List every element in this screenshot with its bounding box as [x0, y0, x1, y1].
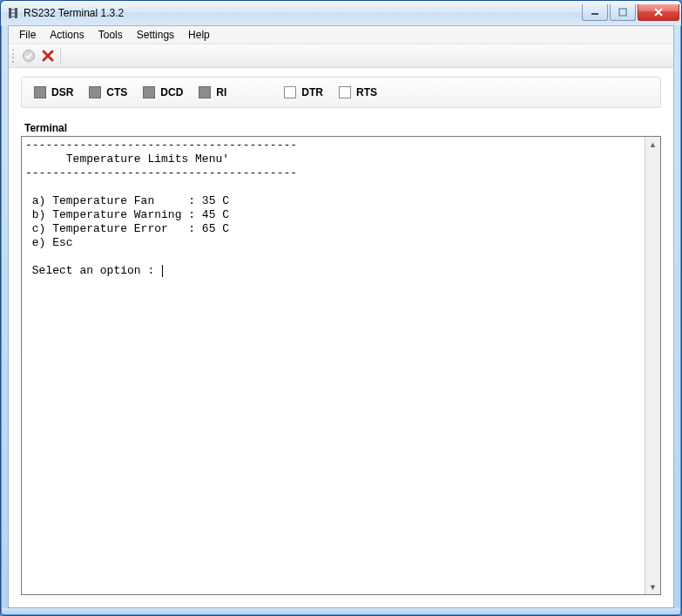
titlebar[interactable]: RS232 Terminal 1.3.2 — [1, 1, 681, 26]
led-icon — [143, 86, 155, 98]
signal-rts-label: RTS — [356, 86, 377, 98]
vertical-scrollbar[interactable]: ▲ ▼ — [645, 137, 660, 594]
frame-left — [2, 25, 8, 614]
connect-button[interactable] — [20, 47, 37, 64]
led-icon — [34, 86, 46, 98]
toolbar — [9, 44, 673, 68]
signal-ri: RI — [199, 86, 226, 98]
menubar: File Actions Tools Settings Help — [9, 26, 673, 44]
window-title: RS232 Terminal 1.3.2 — [24, 7, 580, 19]
app-window: RS232 Terminal 1.3.2 File Actions Tools … — [0, 0, 682, 616]
disconnect-button[interactable] — [39, 47, 57, 64]
toolbar-separator — [60, 48, 61, 64]
menu-actions[interactable]: Actions — [43, 27, 91, 43]
signal-dtr[interactable]: DTR — [284, 86, 323, 98]
menu-tools[interactable]: Tools — [91, 27, 130, 43]
terminal-text-content: ----------------------------------------… — [25, 139, 297, 277]
led-icon — [89, 86, 101, 98]
content-area: DSR CTS DCD RI DTR — [9, 68, 673, 607]
terminal-label: Terminal — [24, 122, 661, 134]
led-icon — [199, 86, 211, 98]
maximize-button[interactable] — [610, 4, 636, 21]
checkbox-icon[interactable] — [339, 86, 351, 98]
scroll-down-icon[interactable]: ▼ — [645, 579, 660, 594]
checkbox-icon[interactable] — [284, 86, 296, 98]
terminal-box: ----------------------------------------… — [21, 136, 661, 595]
app-icon — [6, 6, 20, 20]
signal-dtr-label: DTR — [301, 86, 323, 98]
signal-ri-label: RI — [216, 86, 226, 98]
signal-dcd-label: DCD — [160, 86, 183, 98]
signal-cts-label: CTS — [106, 86, 127, 98]
signal-dsr: DSR — [34, 86, 73, 98]
terminal-group: Terminal -------------------------------… — [21, 122, 661, 595]
close-button[interactable] — [638, 4, 679, 21]
signal-rts[interactable]: RTS — [339, 86, 377, 98]
text-cursor-icon — [162, 265, 163, 277]
svg-rect-2 — [591, 13, 598, 15]
menu-file[interactable]: File — [12, 27, 43, 43]
terminal-output[interactable]: ----------------------------------------… — [22, 137, 645, 594]
signal-dcd: DCD — [143, 86, 183, 98]
signal-dsr-label: DSR — [51, 86, 73, 98]
signal-cts: CTS — [89, 86, 127, 98]
menu-help[interactable]: Help — [181, 27, 217, 43]
menu-settings[interactable]: Settings — [130, 27, 181, 43]
frame-bottom — [2, 608, 680, 614]
client-area: File Actions Tools Settings Help DSR — [8, 25, 674, 608]
window-controls — [580, 4, 679, 22]
svg-rect-3 — [619, 9, 626, 16]
scroll-up-icon[interactable]: ▲ — [645, 137, 660, 152]
frame-right — [674, 25, 680, 614]
toolbar-grip — [12, 48, 17, 64]
signal-panel: DSR CTS DCD RI DTR — [21, 77, 661, 108]
minimize-button[interactable] — [582, 4, 608, 21]
